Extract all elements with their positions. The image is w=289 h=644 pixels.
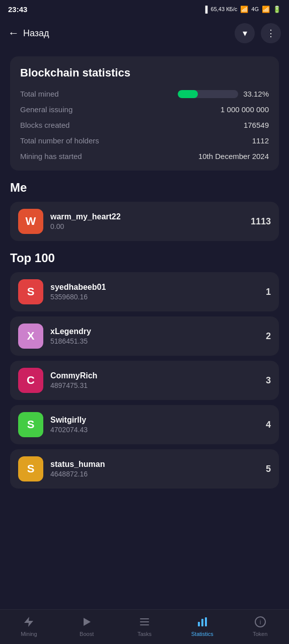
- leaderboard-avatar-4: S: [18, 456, 43, 481]
- stat-row-blocks-created: Blocks created 176549: [20, 121, 269, 129]
- leaderboard-user-name-0: syedhabeeb01: [50, 283, 259, 292]
- svg-rect-5: [198, 622, 200, 626]
- nav-label-boost: Boost: [80, 631, 94, 637]
- status-right: ▐ 65,43 КБ/с 📶 4G 📶 🔋: [203, 6, 281, 13]
- signal-icon: ▐: [203, 6, 207, 13]
- svg-rect-6: [201, 619, 203, 626]
- leaderboard-user-info-3: Switgirlly 4702074.43: [50, 416, 259, 434]
- nav-item-token[interactable]: i Token: [245, 615, 275, 637]
- me-title: Me: [10, 181, 279, 195]
- me-avatar: W: [18, 209, 43, 234]
- leaderboard-rank-3: 4: [266, 420, 271, 430]
- network-label: 4G: [251, 6, 259, 12]
- leaderboard-user-balance-1: 5186451.35: [50, 337, 259, 345]
- nav-right: ▾ ⋮: [235, 23, 281, 43]
- stat-label-mining-started: Mining has started: [20, 152, 82, 160]
- tasks-icon: [137, 615, 152, 629]
- leaderboard-user-info-0: syedhabeeb01 5359680.16: [50, 283, 259, 301]
- leaderboard-item: S syedhabeeb01 5359680.16 1: [10, 272, 279, 311]
- blockchain-stats-card: Blockchain statistics Total mined 33.12%…: [10, 56, 279, 171]
- dropdown-button[interactable]: ▾: [235, 23, 255, 43]
- svg-rect-2: [140, 618, 149, 619]
- nav-label-tasks: Tasks: [137, 631, 152, 637]
- chevron-down-icon: ▾: [243, 28, 247, 39]
- signal-bars: 📶: [262, 6, 270, 13]
- svg-rect-7: [205, 617, 207, 626]
- back-button[interactable]: ← Назад: [8, 27, 49, 40]
- svg-rect-3: [140, 621, 149, 622]
- nav-label-token: Token: [253, 631, 267, 637]
- leaderboard-user-name-4: status_human: [50, 460, 259, 469]
- leaderboard-rank-0: 1: [266, 287, 271, 297]
- stat-label-total-holders: Total number of holders: [20, 136, 99, 145]
- stat-row-mining-started: Mining has started 10th December 2024: [20, 152, 269, 160]
- stat-row-total-holders: Total number of holders 1112: [20, 136, 269, 145]
- back-label: Назад: [23, 28, 49, 39]
- status-bar: 23:43 ▐ 65,43 КБ/с 📶 4G 📶 🔋: [0, 0, 289, 18]
- token-icon: i: [253, 615, 267, 629]
- stat-label-total-mined: Total mined: [20, 90, 59, 98]
- mining-icon: [22, 615, 36, 629]
- leaderboard-avatar-2: C: [18, 368, 43, 393]
- stat-value-general-issuing: 1 000 000 000: [221, 105, 269, 114]
- svg-rect-4: [140, 624, 149, 625]
- leaderboard-avatar-3: S: [18, 412, 43, 437]
- main-content: Blockchain statistics Total mined 33.12%…: [0, 48, 289, 537]
- blockchain-stats-title: Blockchain statistics: [20, 66, 269, 79]
- data-speed: 65,43 КБ/с: [211, 6, 238, 12]
- leaderboard-rank-1: 2: [266, 331, 271, 342]
- leaderboard-item: X xLegendry 5186451.35 2: [10, 316, 279, 356]
- statistics-icon: [195, 615, 209, 629]
- stat-row-general-issuing: General issuing 1 000 000 000: [20, 105, 269, 114]
- leaderboard-user-name-2: CommyRich: [50, 371, 259, 380]
- progress-bar-fill: [178, 90, 198, 98]
- leaderboard-list: S syedhabeeb01 5359680.16 1 X xLegendry …: [10, 272, 279, 489]
- svg-marker-1: [84, 618, 91, 626]
- nav-item-boost[interactable]: Boost: [71, 615, 102, 637]
- nav-label-statistics: Statistics: [191, 631, 213, 637]
- stat-label-blocks-created: Blocks created: [20, 121, 69, 129]
- me-user-rank: 1113: [251, 216, 271, 227]
- top100-title: Top 100: [10, 251, 279, 265]
- stat-label-general-issuing: General issuing: [20, 105, 73, 114]
- leaderboard-user-balance-3: 4702074.43: [50, 426, 259, 434]
- more-options-button[interactable]: ⋮: [261, 23, 281, 43]
- nav-item-statistics[interactable]: Statistics: [187, 615, 218, 637]
- leaderboard-user-name-1: xLegendry: [50, 327, 259, 336]
- leaderboard-user-name-3: Switgirlly: [50, 416, 259, 425]
- status-time: 23:43: [8, 5, 27, 14]
- stat-value-blocks-created: 176549: [244, 121, 269, 129]
- leaderboard-user-info-2: CommyRich 4897475.31: [50, 371, 259, 389]
- stat-row-total-mined: Total mined 33.12%: [20, 90, 269, 98]
- leaderboard-item: S Switgirlly 4702074.43 4: [10, 405, 279, 444]
- bottom-nav: Mining Boost Tasks Statistics i Token: [0, 609, 289, 644]
- nav-item-mining[interactable]: Mining: [14, 615, 44, 637]
- progress-container: 33.12%: [178, 90, 269, 98]
- nav-label-mining: Mining: [21, 631, 37, 637]
- progress-pct: 33.12%: [243, 90, 269, 98]
- leaderboard-user-balance-0: 5359680.16: [50, 293, 259, 301]
- nav-item-tasks[interactable]: Tasks: [129, 615, 160, 637]
- top100-section: Top 100 S syedhabeeb01 5359680.16 1 X xL…: [10, 251, 279, 489]
- me-user-balance: 0.00: [50, 222, 244, 230]
- me-user-card: W warm_my_heart22 0.00 1113: [10, 202, 279, 241]
- stat-value-total-holders: 1112: [252, 136, 269, 145]
- leaderboard-avatar-0: S: [18, 279, 43, 304]
- me-user-name: warm_my_heart22: [50, 212, 244, 221]
- leaderboard-rank-2: 3: [266, 375, 271, 386]
- progress-bar-bg: [178, 90, 238, 98]
- leaderboard-item: S status_human 4648872.16 5: [10, 449, 279, 489]
- leaderboard-user-balance-4: 4648872.16: [50, 470, 259, 478]
- me-user-info: warm_my_heart22 0.00: [50, 212, 244, 230]
- svg-marker-0: [24, 617, 33, 627]
- svg-text:i: i: [259, 619, 261, 626]
- back-arrow-icon: ←: [8, 27, 19, 40]
- battery-icon: 🔋: [273, 6, 281, 13]
- leaderboard-item: C CommyRich 4897475.31 3: [10, 361, 279, 400]
- leaderboard-user-info-1: xLegendry 5186451.35: [50, 327, 259, 345]
- leaderboard-user-info-4: status_human 4648872.16: [50, 460, 259, 478]
- leaderboard-rank-4: 5: [266, 464, 271, 474]
- me-section: Me W warm_my_heart22 0.00 1113: [10, 181, 279, 241]
- more-icon: ⋮: [266, 28, 275, 39]
- leaderboard-user-balance-2: 4897475.31: [50, 381, 259, 389]
